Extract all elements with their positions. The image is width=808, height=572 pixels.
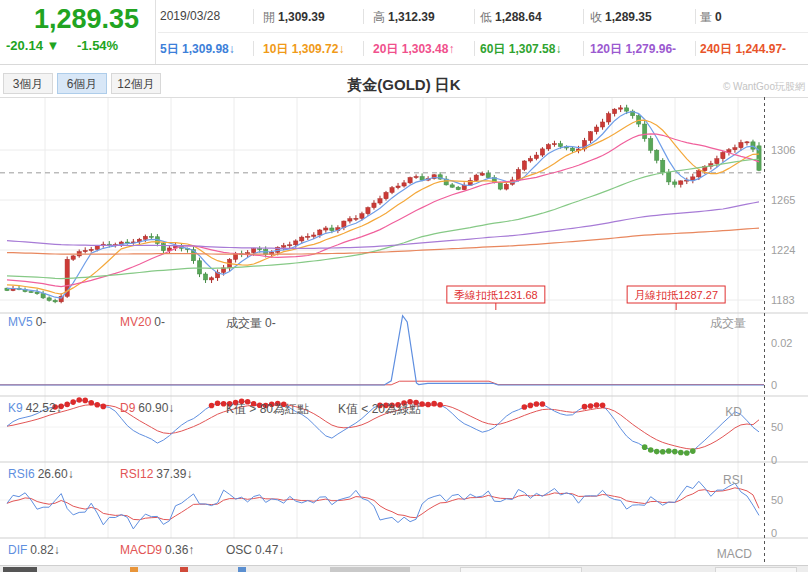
watermark: © WantGoo玩股網 <box>723 80 805 94</box>
gold-daily-k-page: 1,289.35 -20.14 ▼ -1.54% 2019/03/28 開1,3… <box>0 0 808 572</box>
osc-legend: OSC0.47↓ <box>226 543 284 557</box>
rsi6-legend: RSI626.60↓ <box>8 467 74 481</box>
macd9-legend: MACD90.36↑ <box>120 543 194 557</box>
chart-toolbar: 3個月 6個月 12個月 黃金(GOLD) 日K © WantGoo玩股網 <box>0 65 808 97</box>
volume-panel-name: 成交量 <box>710 315 746 332</box>
ma-line-MA10 <box>7 120 759 294</box>
close-field: 收1,289.35 <box>590 9 652 26</box>
chart-canvas: 季線扣抵1231.68月線扣抵1287.2713061265122411830.… <box>0 97 808 565</box>
ma120-field: 120日 1,279.96- <box>590 41 676 58</box>
kd-note-red: K值 > 80為紅點 <box>226 401 309 418</box>
deduction-annotation: 季線扣抵1231.68 <box>447 286 545 310</box>
page-below-sliver <box>0 565 808 572</box>
ma240-field: 240日 1,244.97- <box>700 41 786 58</box>
ma60-field: 60日 1,307.58↓ <box>480 41 561 58</box>
chart-title: 黃金(GOLD) 日K <box>0 76 808 95</box>
y-axis-label: 1265 <box>771 194 795 206</box>
volume-legend: 成交量0- <box>226 315 276 332</box>
macd-panel-name: MACD <box>717 547 752 561</box>
high-field: 高1,312.39 <box>373 9 435 26</box>
svg-text:月線扣抵1287.27: 月線扣抵1287.27 <box>634 289 718 301</box>
deduction-annotation: 月線扣抵1287.27 <box>627 286 725 310</box>
ma5-field: 5日 1,309.98↓ <box>160 41 235 58</box>
quote-date: 2019/03/28 <box>160 9 220 23</box>
k9-legend: K942.52↓ <box>8 401 62 415</box>
y-axis-label: 50 <box>771 494 783 506</box>
rsi-layer <box>7 481 759 529</box>
volume-layer <box>0 316 764 385</box>
ma-values-row: 5日 1,309.98↓ 10日 1,309.72↓ 20日 1,303.48↑… <box>0 32 653 64</box>
ma10-field: 10日 1,309.72↓ <box>263 41 344 58</box>
y-axis-label: 1183 <box>771 294 795 306</box>
sliver-icon-blue <box>238 567 246 572</box>
ma-line-MA20 <box>7 134 759 287</box>
y-axis-label: 1224 <box>771 244 795 256</box>
kline-chart[interactable]: 季線扣抵1231.68月線扣抵1287.2713061265122411830.… <box>0 97 808 565</box>
ma-line-MA5 <box>7 112 759 299</box>
y-axis-label: 50 <box>771 421 783 433</box>
rsi12-legend: RSI1237.39↓ <box>120 467 192 481</box>
y-axis-label: 1306 <box>771 144 795 156</box>
sliver-icon-dark <box>3 567 37 572</box>
volume-field: 量0 <box>700 9 722 26</box>
sliver-icon-red <box>180 567 188 572</box>
ma20-field: 20日 1,303.48↑ <box>373 41 454 58</box>
ma-line-MA60 <box>7 159 759 278</box>
dif-legend: DIF0.82↓ <box>8 543 60 557</box>
y-axis-label: 0 <box>771 379 777 391</box>
ma-lines-layer <box>7 112 759 299</box>
sliver-box-2 <box>715 567 797 572</box>
d9-legend: D960.90↓ <box>120 401 174 415</box>
sliver-box-1 <box>460 567 582 572</box>
open-field: 開1,309.39 <box>263 9 325 26</box>
quote-header: 1,289.35 -20.14 ▼ -1.54% 2019/03/28 開1,3… <box>0 0 808 65</box>
svg-text:季線扣抵1231.68: 季線扣抵1231.68 <box>454 289 538 301</box>
y-axis-label: 0 <box>771 454 777 466</box>
mv5-legend: MV50- <box>8 315 46 329</box>
sliver-block-gray <box>330 567 410 572</box>
sliver-icon-orange <box>130 567 138 572</box>
kd-panel-name: KD <box>725 405 742 419</box>
mv20-legend: MV200- <box>120 315 165 329</box>
rsi-panel-name: RSI <box>723 473 743 487</box>
ohlc-row: 2019/03/28 開1,309.39 高1,312.39 低1,288.64… <box>0 0 653 32</box>
y-axis-label: 0 <box>771 527 777 539</box>
y-axis-label: 0.02 <box>771 337 792 349</box>
ma-line-MA120 <box>7 202 759 249</box>
low-field: 低1,288.64 <box>480 9 542 26</box>
kd-note-green: K值 < 20為綠點 <box>338 401 421 418</box>
